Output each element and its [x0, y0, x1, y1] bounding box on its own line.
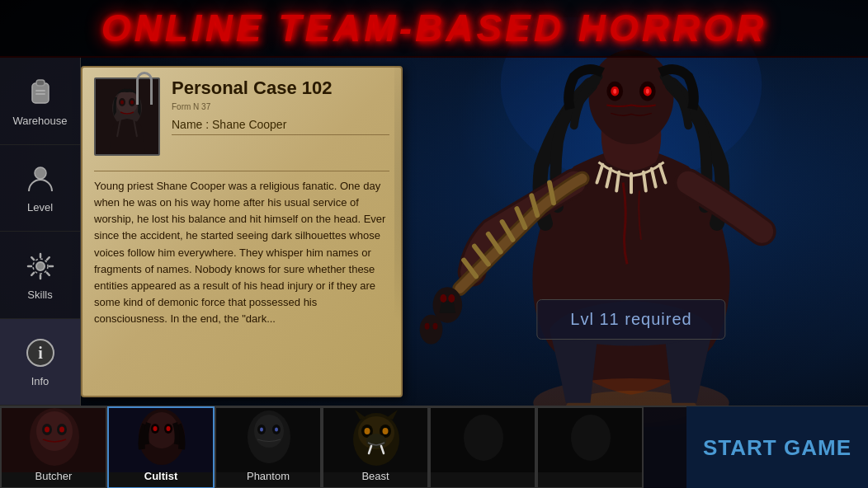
character-display: Lvl 11 required: [394, 58, 868, 406]
slot5-bg: [431, 408, 535, 487]
svg-point-42: [145, 412, 178, 448]
monster-figure: [394, 41, 868, 406]
bottom-bar: Butcher Cultis: [0, 406, 868, 488]
svg-point-60: [383, 428, 389, 434]
divider: [94, 171, 389, 171]
svg-rect-1: [36, 80, 45, 86]
svg-point-52: [260, 428, 263, 432]
sidebar-info-label: Info: [31, 375, 50, 387]
char-slot-cultist[interactable]: Cultist: [107, 406, 215, 488]
sidebar-item-skills[interactable]: Skills: [0, 232, 80, 319]
svg-point-65: [571, 415, 611, 461]
svg-point-45: [153, 426, 158, 431]
monster-svg: [394, 17, 868, 429]
char-slot-6[interactable]: [536, 406, 644, 488]
svg-point-28: [420, 315, 443, 345]
svg-point-29: [425, 323, 430, 330]
svg-point-46: [167, 426, 171, 431]
svg-point-5: [36, 262, 45, 270]
svg-point-23: [613, 89, 616, 94]
sidebar-item-level[interactable]: Level: [0, 145, 80, 232]
paper-clip: [136, 72, 153, 105]
beast-label: Beast: [361, 470, 389, 482]
svg-point-18: [589, 49, 674, 144]
svg-point-4: [35, 167, 46, 179]
sidebar-warehouse-label: Warehouse: [13, 115, 68, 127]
char-slot-5[interactable]: [429, 406, 536, 488]
svg-point-63: [464, 415, 503, 461]
character-slots: Butcher Cultis: [0, 407, 686, 488]
case-title: Personal Case 102: [172, 77, 389, 99]
svg-point-15: [130, 101, 134, 105]
level-badge: Lvl 11 required: [536, 299, 725, 340]
info-icon: i: [23, 336, 58, 370]
svg-point-24: [646, 89, 649, 94]
svg-point-53: [275, 428, 278, 432]
title-bar: ONLINE TEAM-BASED HORROR: [0, 0, 868, 58]
svg-point-30: [433, 323, 438, 330]
slot6-bg: [538, 408, 642, 487]
start-game-text: START GAME: [703, 435, 851, 461]
svg-point-59: [365, 428, 370, 434]
butcher-label: Butcher: [35, 470, 73, 482]
svg-rect-2: [35, 90, 45, 92]
char-slot-phantom[interactable]: Phantom: [215, 406, 322, 488]
person-icon: [23, 162, 58, 196]
start-game-button[interactable]: START GAME: [686, 406, 868, 488]
content-area: Personal Case 102 Form N 37 Name : Shane…: [81, 58, 868, 406]
sidebar-level-label: Level: [27, 201, 53, 214]
svg-text:i: i: [38, 344, 43, 362]
sidebar-item-warehouse[interactable]: Warehouse: [0, 58, 80, 145]
svg-point-39: [59, 427, 64, 433]
svg-point-14: [120, 101, 124, 105]
char-slot-beast[interactable]: Beast: [322, 406, 429, 488]
svg-rect-3: [35, 93, 45, 95]
case-panel: Personal Case 102 Form N 37 Name : Shane…: [81, 66, 403, 397]
level-badge-text: Lvl 11 required: [570, 310, 691, 328]
cultist-label: Cultist: [144, 470, 177, 482]
phantom-label: Phantom: [247, 470, 290, 482]
svg-point-61: [366, 434, 386, 448]
case-body-text: Young priest Shane Cooper was a religiou…: [94, 178, 389, 386]
case-title-block: Personal Case 102 Form N 37 Name : Shane…: [172, 77, 389, 135]
sidebar: Warehouse Level Skills i In: [0, 58, 81, 406]
svg-point-26: [440, 294, 446, 303]
sidebar-skills-label: Skills: [27, 289, 52, 301]
backpack-icon: [23, 75, 58, 110]
form-number: Form N 37: [172, 102, 389, 111]
sidebar-item-info[interactable]: i Info: [0, 319, 80, 406]
svg-point-38: [45, 427, 50, 433]
name-line: Name : Shane Cooper: [172, 118, 389, 135]
gear-icon: [23, 249, 58, 284]
char-slot-butcher[interactable]: Butcher: [0, 406, 107, 488]
svg-point-27: [448, 294, 455, 303]
svg-point-35: [36, 411, 73, 451]
main-title: ONLINE TEAM-BASED HORROR: [101, 6, 767, 50]
